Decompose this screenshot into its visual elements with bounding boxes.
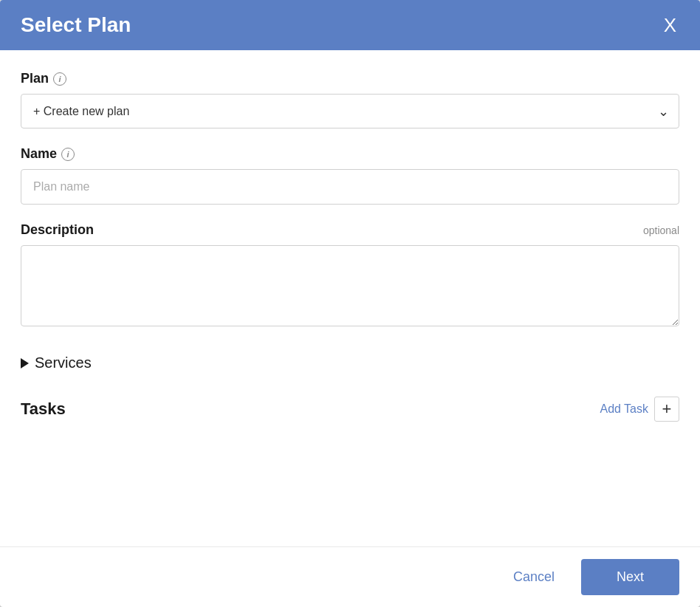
dialog-header: Select Plan X <box>0 0 700 50</box>
add-task-button[interactable]: + <box>654 397 679 422</box>
description-field-group: Description optional <box>21 222 679 329</box>
tasks-label: Tasks <box>21 399 66 419</box>
plan-label: Plan i <box>21 71 679 86</box>
tasks-section: Tasks Add Task + <box>21 397 679 422</box>
tasks-actions: Add Task + <box>600 397 679 422</box>
dialog-title: Select Plan <box>21 13 131 37</box>
plan-select[interactable]: + Create new plan <box>21 94 679 128</box>
plan-select-wrapper: + Create new plan ⌄ <box>21 94 679 128</box>
dialog-footer: Cancel Next <box>0 546 700 607</box>
description-label-row: Description optional <box>21 222 679 238</box>
plan-field-group: Plan i + Create new plan ⌄ <box>21 71 679 128</box>
close-button[interactable]: X <box>661 16 679 35</box>
next-button[interactable]: Next <box>581 559 679 595</box>
name-field-group: Name i <box>21 146 679 205</box>
description-label: Description <box>21 222 94 238</box>
dialog-body: Plan i + Create new plan ⌄ Name i Descri… <box>0 50 700 546</box>
select-plan-dialog: Select Plan X Plan i + Create new plan ⌄… <box>0 0 700 607</box>
cancel-button[interactable]: Cancel <box>501 562 566 592</box>
services-label: Services <box>35 354 92 371</box>
plan-info-icon: i <box>53 72 66 86</box>
add-task-link[interactable]: Add Task <box>600 402 648 416</box>
name-info-icon: i <box>61 148 75 161</box>
triangle-expand-icon <box>21 358 29 368</box>
plan-name-input[interactable] <box>21 169 679 205</box>
services-section[interactable]: Services <box>21 347 679 379</box>
optional-text: optional <box>643 224 679 236</box>
description-textarea[interactable] <box>21 245 679 326</box>
name-label: Name i <box>21 146 679 162</box>
